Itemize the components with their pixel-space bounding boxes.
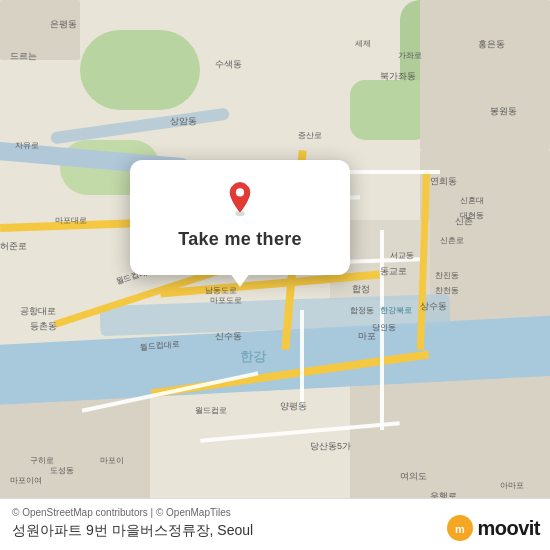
location-pin-icon: [222, 181, 258, 217]
label-eunpyeong: 은평동: [50, 18, 77, 31]
road-minor-3: [300, 310, 304, 410]
label-maengwon-ro: 마포도로: [210, 295, 242, 306]
label-sangsu: 상수동: [420, 300, 447, 313]
label-ahyeondong: 마포이여: [10, 475, 42, 486]
label-deureun: 드르는: [10, 50, 37, 63]
urban-ne: [420, 0, 550, 150]
label-jayuro: 자유로: [15, 140, 39, 151]
label-ulsong: 월드컵로: [195, 405, 227, 416]
label-gajwa: 가좌로: [398, 50, 422, 61]
label-yangpyeong: 양평동: [280, 400, 307, 413]
label-seje: 세제: [355, 38, 371, 49]
label-chanjeon: 찬진동: [435, 270, 459, 281]
label-chanteon: 찬천동: [435, 285, 459, 296]
label-ampo: 아마포: [500, 480, 524, 491]
moovit-text: moovit: [477, 517, 540, 540]
label-yeongdeungpo: 여의도: [400, 470, 427, 483]
svg-point-1: [236, 188, 244, 196]
label-hongdae: 신혼대: [460, 195, 484, 206]
label-gusung: 도성동: [50, 465, 74, 476]
label-dangsan: 당산동5가: [310, 440, 351, 453]
label-sinsu: 신수동: [215, 330, 242, 343]
label-hangang: 한강: [240, 348, 266, 366]
svg-text:m: m: [456, 523, 466, 535]
label-hapjeong: 합정: [352, 283, 370, 296]
label-bukgajwadong: 북가좌동: [380, 70, 416, 83]
label-bongwon: 봉원동: [490, 105, 517, 118]
label-dangindong: 당인동: [372, 322, 396, 333]
label-sangam: 상암동: [170, 115, 197, 128]
label-sinchonro: 신촌로: [440, 235, 464, 246]
road-minor-7: [340, 170, 440, 174]
label-hongeuindong: 홍은동: [478, 38, 505, 51]
label-hangangbukro: 한강북로: [380, 305, 412, 316]
park-mid: [350, 80, 430, 140]
label-yeonhui: 연희동: [430, 175, 457, 188]
location-name-label: 성원아파트 9번 마을버스정류장, Seoul: [12, 522, 253, 540]
moovit-logo-icon: m: [446, 514, 474, 542]
label-deungchondong: 등촌동: [30, 320, 57, 333]
label-mapo-gu: 마포이: [100, 455, 124, 466]
take-me-there-button[interactable]: Take me there: [170, 225, 310, 254]
label-donggyo: 동교로: [380, 265, 407, 278]
label-mapo-daero: 마포대로: [55, 215, 87, 226]
park-north: [80, 30, 200, 110]
label-seodaemun: 허준로: [0, 240, 27, 253]
bottom-info-bar: © OpenStreetMap contributors | © OpenMap…: [0, 498, 550, 550]
moovit-logo: m moovit: [446, 514, 540, 542]
label-daehyeon: 대현동: [460, 210, 484, 221]
label-hapjeongdong: 합정동: [350, 305, 374, 316]
label-suyeok: 수색동: [215, 58, 242, 71]
road-minor-5: [380, 350, 384, 430]
label-seogyo: 서교동: [390, 250, 414, 261]
location-popup: Take me there: [130, 160, 350, 275]
label-jeungsan: 증산로: [298, 130, 322, 141]
map-view[interactable]: 수색동 은평동 드르는 자유로 마포대로 한강난지로 월드컵대로 망원로 동교로…: [0, 0, 550, 550]
label-gonghang: 공항대로: [20, 305, 56, 318]
